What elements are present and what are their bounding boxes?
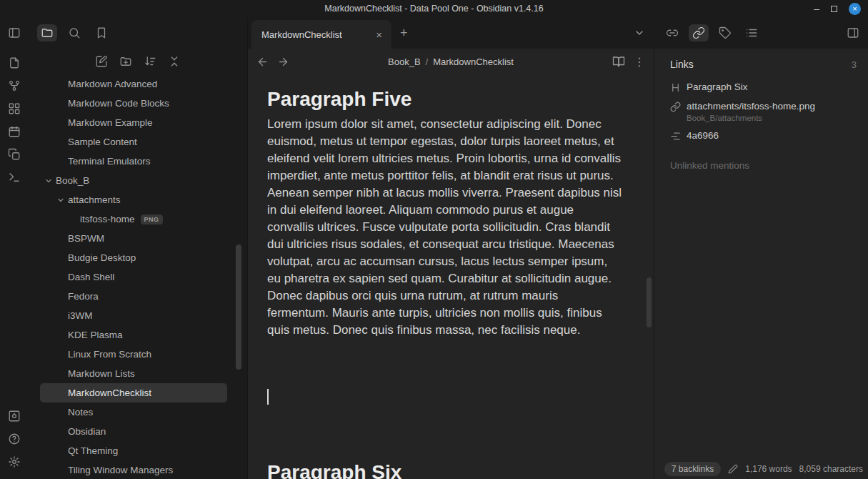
new-note-icon <box>95 55 108 68</box>
tree-item[interactable]: Fedora <box>40 287 227 306</box>
tree-item[interactable]: attachments <box>40 190 227 209</box>
toggle-right-sidebar-button[interactable] <box>843 24 863 41</box>
tab-bar: MarkdownChecklist × + <box>248 17 654 49</box>
minimize-button[interactable]: – <box>814 4 819 14</box>
tree-item[interactable]: itsfoss-home PNG <box>40 209 227 229</box>
copy-icon <box>8 148 21 161</box>
editor[interactable]: Paragraph Five Lorem ipsum dolor sit ame… <box>248 74 654 479</box>
sort-icon <box>144 55 156 68</box>
maximize-button[interactable] <box>831 6 837 12</box>
tags-icon[interactable] <box>715 24 735 41</box>
tree-item[interactable]: Obsidian <box>40 422 227 441</box>
toggle-left-sidebar-button[interactable] <box>4 24 24 41</box>
link-item[interactable]: Paragraph Six <box>670 82 857 93</box>
new-note-button[interactable] <box>91 53 111 70</box>
quick-switcher-button[interactable] <box>4 54 24 71</box>
tree-item-label: i3WM <box>68 310 93 321</box>
tree-item[interactable]: Book_B <box>40 171 227 190</box>
link-item[interactable]: attachments/itsfoss-home.png Book_B/atta… <box>670 101 857 122</box>
file-tree-scrollbar[interactable] <box>236 245 241 370</box>
char-count: 8,059 characters <box>799 464 863 474</box>
chevron-down-icon[interactable] <box>56 196 68 204</box>
outgoing-links-icon[interactable] <box>689 24 709 41</box>
help-button[interactable] <box>4 430 24 448</box>
tree-item-label: Markdown Lists <box>68 368 135 379</box>
new-canvas-button[interactable] <box>4 100 24 117</box>
new-tab-button[interactable]: + <box>400 26 408 39</box>
tree-item[interactable]: i3WM <box>40 306 227 325</box>
tree-item[interactable]: Qt Theming <box>40 441 227 460</box>
edit-mode-icon[interactable] <box>728 464 738 474</box>
back-button[interactable] <box>256 56 269 68</box>
window-controls: – × <box>814 0 861 17</box>
heading-icon <box>670 82 681 93</box>
bookmarks-tab-button[interactable] <box>91 24 111 41</box>
sidebar-tab-header <box>29 17 247 49</box>
forward-button[interactable] <box>277 56 289 68</box>
tree-item[interactable]: Notes <box>40 403 227 422</box>
settings-button[interactable] <box>4 453 24 470</box>
tree-item[interactable]: KDE Plasma <box>40 325 227 345</box>
backlinks-count[interactable]: 7 backlinks <box>664 462 721 476</box>
insert-template-button[interactable] <box>4 146 24 163</box>
outline-icon[interactable] <box>742 24 762 41</box>
links-list: Paragraph Six attachments/itsfoss-home.p… <box>670 82 857 142</box>
tree-item[interactable]: Markdown Example <box>40 113 227 132</box>
daily-note-button[interactable] <box>4 123 24 140</box>
tree-item-label: Fedora <box>68 291 99 302</box>
tree-item-label: Budgie Desktop <box>68 252 136 263</box>
link-item[interactable]: 4a6966 <box>670 130 857 142</box>
tab-close-icon[interactable]: × <box>374 29 384 41</box>
files-tab-button[interactable] <box>37 24 57 41</box>
breadcrumb-current[interactable]: MarkdownChecklist <box>433 56 514 67</box>
tree-item-label: attachments <box>68 194 121 205</box>
tree-item[interactable]: MarkdownChecklist <box>40 383 227 403</box>
tree-item[interactable]: Terminal Emulators <box>40 152 227 171</box>
tree-item-label: Markdown Code Blocks <box>68 98 169 109</box>
link-item-label: Paragraph Six <box>687 82 748 92</box>
block-icon <box>670 131 681 142</box>
tree-item[interactable]: Dash Shell <box>40 267 227 287</box>
editor-scrollbar[interactable] <box>647 277 652 327</box>
sort-order-button[interactable] <box>140 53 160 70</box>
tree-item[interactable]: Linux From Scratch <box>40 345 227 364</box>
left-ribbon <box>0 17 29 479</box>
tree-item[interactable]: BSPWM <box>40 229 227 248</box>
backlinks-icon[interactable] <box>662 24 682 41</box>
empty-line <box>267 389 622 405</box>
tree-item[interactable]: Markdown Advanced <box>40 74 227 94</box>
terminal-button[interactable] <box>4 169 24 186</box>
links-panel: Links 3 Paragraph Six <box>654 49 868 479</box>
unlinked-mentions-header[interactable]: Unlinked mentions <box>670 160 857 171</box>
tree-item-label: Qt Theming <box>68 445 118 456</box>
link-item-path: Book_B/attachments <box>687 114 815 122</box>
link-item-label: attachments/itsfoss-home.png <box>687 101 815 112</box>
reading-mode-button[interactable] <box>612 55 625 68</box>
tab-markdownchecklist[interactable]: MarkdownChecklist × <box>251 20 391 49</box>
right-sidebar-tab-header <box>654 17 868 49</box>
tree-item-label: Book_B <box>56 175 89 186</box>
graph-view-button[interactable] <box>4 77 24 94</box>
panel-left-icon <box>8 26 21 39</box>
chevron-down-icon[interactable] <box>44 177 56 185</box>
links-panel-title: Links <box>670 59 694 70</box>
tree-item[interactable]: Markdown Code Blocks <box>40 94 227 113</box>
new-folder-button[interactable] <box>116 53 136 70</box>
canvas-icon <box>8 102 21 115</box>
collapse-all-button[interactable] <box>164 53 184 70</box>
tree-item[interactable]: Markdown Lists <box>40 364 227 383</box>
vault-switcher-button[interactable] <box>4 408 24 425</box>
tree-item[interactable]: Sample Content <box>40 132 227 152</box>
tab-list-chevron-icon[interactable] <box>634 27 645 39</box>
app-window: Markdown Advanced Markdown Code Blocks M… <box>0 17 868 479</box>
panel-right-icon <box>847 26 859 39</box>
close-button[interactable]: × <box>849 3 861 15</box>
file-explorer-toolbar <box>29 49 247 74</box>
tree-item[interactable]: Tiling Window Managers <box>40 460 227 479</box>
paragraph-text: Lorem ipsum dolor sit amet, consectetur … <box>267 116 622 339</box>
tree-item[interactable]: Budgie Desktop <box>40 248 227 267</box>
more-options-button[interactable]: ⋮ <box>634 55 645 69</box>
search-tab-button[interactable] <box>64 24 84 41</box>
breadcrumb-parent[interactable]: Book_B <box>388 56 421 67</box>
heading-paragraph-six: Paragraph Six <box>267 460 622 479</box>
